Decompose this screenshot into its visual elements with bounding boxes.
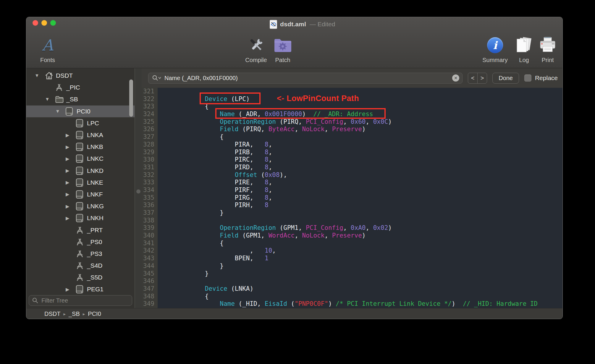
log-pages-icon bbox=[515, 35, 533, 55]
sidebar-item-_s5d[interactable]: _S5D bbox=[26, 272, 135, 283]
sidebar-item-_ps3[interactable]: _PS3 bbox=[26, 248, 135, 260]
filter-tree-field[interactable] bbox=[29, 295, 132, 306]
print-button[interactable]: Print bbox=[539, 35, 557, 64]
sidebar-item-label: LNKF bbox=[87, 191, 103, 198]
line-number: 321 bbox=[142, 88, 158, 95]
line-number: 334 bbox=[142, 186, 158, 194]
split-divider[interactable] bbox=[135, 68, 142, 308]
code-line: PIRB, 8, bbox=[158, 149, 272, 156]
sidebar-item-_pic[interactable]: _PIC bbox=[26, 82, 135, 93]
breadcrumb-item-pci0[interactable]: PCI0 bbox=[88, 311, 101, 317]
disclosure-closed-icon[interactable]: ▶ bbox=[66, 180, 76, 185]
patch-button[interactable]: Patch bbox=[273, 35, 292, 64]
disclosure-closed-icon[interactable]: ▶ bbox=[66, 144, 76, 150]
clear-search-icon[interactable]: ✕ bbox=[452, 74, 459, 82]
close-button[interactable] bbox=[33, 20, 38, 26]
sidebar-item-lnkf[interactable]: ▶LNKF bbox=[26, 188, 135, 200]
device-icon bbox=[76, 202, 87, 211]
code-editor[interactable]: 321322 Device (LPC)323 {324 Name (_ADR, … bbox=[142, 88, 562, 308]
replace-toggle: Replace bbox=[524, 74, 558, 82]
replace-checkbox[interactable] bbox=[524, 74, 531, 82]
sidebar-item-_s4d[interactable]: _S4D bbox=[26, 260, 135, 272]
minimize-button[interactable] bbox=[41, 20, 47, 26]
sidebar-item-label: PCI0 bbox=[77, 108, 90, 115]
line-number: 347 bbox=[142, 285, 158, 293]
code-line: Device (LNKA) bbox=[158, 285, 253, 293]
line-number: 343 bbox=[142, 255, 158, 262]
sidebar-item-label: LNKG bbox=[87, 203, 104, 210]
sidebar-item-lnke[interactable]: ▶LNKE bbox=[26, 177, 135, 188]
sidebar-item-lnkg[interactable]: ▶LNKG bbox=[26, 200, 135, 212]
disclosure-closed-icon[interactable]: ▶ bbox=[66, 215, 76, 221]
disclosure-closed-icon[interactable]: ▶ bbox=[66, 191, 76, 197]
find-input[interactable] bbox=[164, 74, 450, 82]
sidebar-item-lnkb[interactable]: ▶LNKB bbox=[26, 141, 135, 153]
sidebar-item-pci0[interactable]: ▼PCI0 bbox=[26, 105, 135, 117]
disclosure-closed-icon[interactable]: ▶ bbox=[66, 287, 76, 292]
line-number: 342 bbox=[142, 247, 158, 255]
sidebar-item-lnkh[interactable]: ▶LNKH bbox=[26, 212, 135, 224]
sidebar-item-_prt[interactable]: _PRT bbox=[26, 224, 135, 236]
sidebar-item-dsdt[interactable]: ▼DSDT bbox=[26, 70, 135, 82]
breadcrumb-item-dsdt[interactable]: DSDT bbox=[44, 311, 60, 317]
sidebar-item-lnkc[interactable]: ▶LNKC bbox=[26, 153, 135, 165]
device-icon bbox=[76, 119, 87, 128]
find-nav-segment: < > bbox=[468, 73, 487, 84]
find-next-button[interactable]: > bbox=[478, 73, 487, 83]
sidebar-tree: ▼DSDT_PIC▼_SB▼PCI0LPC▶LNKA▶LNKB▶LNKC▶LNK… bbox=[26, 68, 135, 295]
device-icon bbox=[76, 178, 87, 187]
window-title: dsdt.aml bbox=[280, 21, 306, 28]
line-number: 331 bbox=[142, 164, 158, 171]
code-line: PIRG, 8, bbox=[158, 194, 272, 202]
log-button[interactable]: Log bbox=[515, 35, 533, 64]
find-previous-button[interactable]: < bbox=[468, 73, 478, 83]
code-line: { bbox=[158, 133, 224, 141]
sidebar-item-lpc[interactable]: LPC bbox=[26, 117, 135, 129]
filter-tree-input[interactable] bbox=[41, 297, 129, 304]
sidebar-item-lnkd[interactable]: ▶LNKD bbox=[26, 165, 135, 177]
line-number: 332 bbox=[142, 171, 158, 179]
sidebar-item-lnka[interactable]: ▶LNKA bbox=[26, 129, 135, 141]
summary-button[interactable]: i Summary bbox=[482, 35, 508, 64]
disclosure-open-icon[interactable]: ▼ bbox=[45, 97, 55, 102]
disclosure-closed-icon[interactable]: ▶ bbox=[66, 204, 76, 209]
highlight-box-device-lpc bbox=[200, 92, 261, 104]
method-icon bbox=[76, 274, 87, 281]
device-icon bbox=[76, 131, 87, 139]
code-line: { bbox=[158, 240, 224, 247]
sidebar-item-label: _PS3 bbox=[87, 250, 102, 257]
sidebar-item-peg1[interactable]: ▶PEG1 bbox=[26, 283, 135, 295]
method-icon bbox=[76, 250, 87, 258]
code-row: 326 Field (PIRQ, ByteAcc, NoLock, Preser… bbox=[142, 126, 562, 133]
disclosure-open-icon[interactable]: ▼ bbox=[55, 109, 65, 114]
sidebar-item-_sb[interactable]: ▼_SB bbox=[26, 93, 135, 105]
line-number: 326 bbox=[142, 126, 158, 133]
document-icon bbox=[269, 20, 277, 29]
compile-button[interactable]: Compile bbox=[245, 35, 267, 64]
line-number: 322 bbox=[142, 95, 158, 103]
disclosure-open-icon[interactable]: ▼ bbox=[35, 73, 45, 78]
code-row: 343 BPEN, 1 bbox=[142, 255, 562, 262]
fonts-button[interactable]: A Fonts bbox=[40, 35, 55, 64]
main-content: ▼DSDT_PIC▼_SB▼PCI0LPC▶LNKA▶LNKB▶LNKC▶LNK… bbox=[26, 68, 562, 308]
sidebar-scrollbar[interactable] bbox=[129, 79, 133, 117]
breadcrumb-item-_sb[interactable]: _SB bbox=[69, 311, 80, 317]
titlebar: dsdt.aml — Edited bbox=[26, 17, 562, 31]
sidebar-item-label: _S5D bbox=[87, 274, 103, 281]
code-row: 344 } bbox=[142, 262, 562, 270]
sidebar-item-_ps0[interactable]: _PS0 bbox=[26, 236, 135, 248]
disclosure-closed-icon[interactable]: ▶ bbox=[66, 156, 76, 162]
disclosure-closed-icon[interactable]: ▶ bbox=[66, 168, 76, 173]
done-button[interactable]: Done bbox=[492, 73, 519, 84]
code-line: OperationRegion (PIRQ, PCI_Config, 0x60,… bbox=[158, 118, 392, 126]
desktop: dsdt.aml — Edited A Fonts bbox=[0, 0, 595, 364]
zoom-button[interactable] bbox=[50, 20, 56, 26]
editor-pane: ✕ < > Done Replace 321322 Device (L bbox=[142, 68, 562, 308]
disclosure-closed-icon[interactable]: ▶ bbox=[66, 132, 76, 138]
find-field[interactable]: ✕ bbox=[148, 73, 463, 84]
search-menu-icon[interactable] bbox=[152, 75, 161, 81]
line-number: 346 bbox=[142, 277, 158, 285]
line-number: 349 bbox=[142, 300, 158, 308]
code-line: } bbox=[158, 209, 224, 217]
device-icon bbox=[65, 107, 77, 116]
